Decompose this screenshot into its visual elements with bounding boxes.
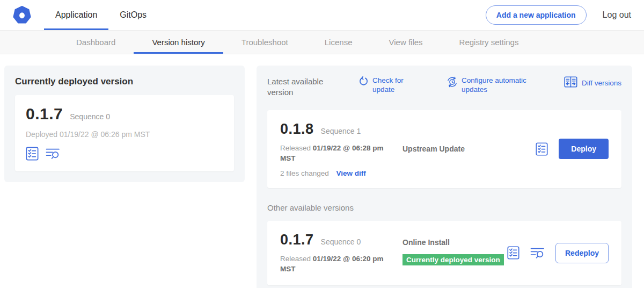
latest-available-title: Latest available version — [267, 76, 338, 98]
latest-version-card: 0.1.8 Sequence 1 Released 01/19/22 @ 06:… — [267, 110, 621, 188]
deployed-version-number: 0.1.7 — [26, 105, 63, 123]
configure-automatic-updates-link[interactable]: Configure automatic updates — [447, 76, 532, 95]
subnav-tab-troubleshoot[interactable]: Troubleshoot — [223, 31, 306, 54]
add-new-application-button[interactable]: Add a new application — [486, 5, 587, 25]
latest-source-label: Upstream Update — [402, 145, 513, 153]
deployed-sequence-label: Sequence 0 — [70, 112, 110, 121]
other-sequence-label: Sequence 0 — [321, 237, 361, 246]
latest-sequence-label: Sequence 1 — [321, 127, 361, 135]
files-changed-label: 2 files changed — [280, 169, 329, 177]
deployed-version-card: 0.1.7 Sequence 0 Deployed 01/19/22 @ 06:… — [15, 95, 234, 171]
other-released-timestamp: Released 01/19/22 @ 06:20 pm MST — [280, 254, 385, 275]
subnav-tab-dashboard[interactable]: Dashboard — [58, 31, 134, 54]
deployed-timestamp: Deployed 01/19/22 @ 06:26 pm MST — [26, 130, 223, 139]
main-content: Currently deployed version 0.1.7 Sequenc… — [0, 54, 644, 288]
currently-deployed-panel: Currently deployed version 0.1.7 Sequenc… — [4, 66, 245, 182]
diff-versions-link[interactable]: Diff versions — [564, 76, 621, 89]
tab-gitops[interactable]: GitOps — [108, 0, 158, 30]
deployed-panel-title: Currently deployed version — [15, 76, 234, 87]
latest-version-number: 0.1.8 — [280, 121, 314, 138]
top-header: Application GitOps Add a new application… — [0, 0, 644, 31]
deploy-button[interactable]: Deploy — [559, 139, 609, 159]
view-logs-icon[interactable] — [530, 247, 545, 260]
preflight-checklist-icon[interactable] — [26, 147, 39, 161]
subnav-tab-version-history[interactable]: Version history — [134, 31, 223, 54]
other-versions-title: Other available versions — [267, 203, 621, 212]
logout-button[interactable]: Log out — [603, 10, 631, 20]
refresh-icon — [358, 76, 369, 89]
subnav-tab-license[interactable]: License — [306, 31, 371, 54]
preflight-checklist-icon[interactable] — [536, 142, 548, 156]
auto-update-clock-icon — [447, 76, 458, 90]
view-diff-link[interactable]: View diff — [336, 169, 366, 177]
view-logs-icon[interactable] — [46, 147, 60, 161]
latest-released-timestamp: Released 01/19/22 @ 06:28 pm MST — [280, 143, 385, 164]
subnav-tab-registry-settings[interactable]: Registry settings — [441, 31, 537, 54]
other-source-label: Online Install — [402, 238, 507, 247]
other-version-number: 0.1.7 — [280, 232, 314, 248]
tab-application[interactable]: Application — [44, 0, 108, 30]
subnav-tab-view-files[interactable]: View files — [370, 31, 441, 54]
diff-table-icon — [564, 76, 577, 89]
heptagon-logo-icon — [13, 6, 31, 24]
other-version-card: 0.1.7 Sequence 0 Released 01/19/22 @ 06:… — [267, 221, 621, 285]
redeploy-button[interactable]: Redeploy — [555, 243, 609, 263]
version-history-panel: Latest available version Check for updat… — [257, 66, 632, 288]
currently-deployed-badge: Currently deployed version — [402, 254, 504, 265]
header-right: Add a new application Log out — [486, 0, 631, 30]
app-logo[interactable] — [13, 0, 31, 30]
preflight-checklist-icon[interactable] — [507, 246, 519, 260]
check-for-update-link[interactable]: Check for update — [358, 76, 412, 95]
app-subnav: Dashboard Version history Troubleshoot L… — [0, 31, 644, 54]
